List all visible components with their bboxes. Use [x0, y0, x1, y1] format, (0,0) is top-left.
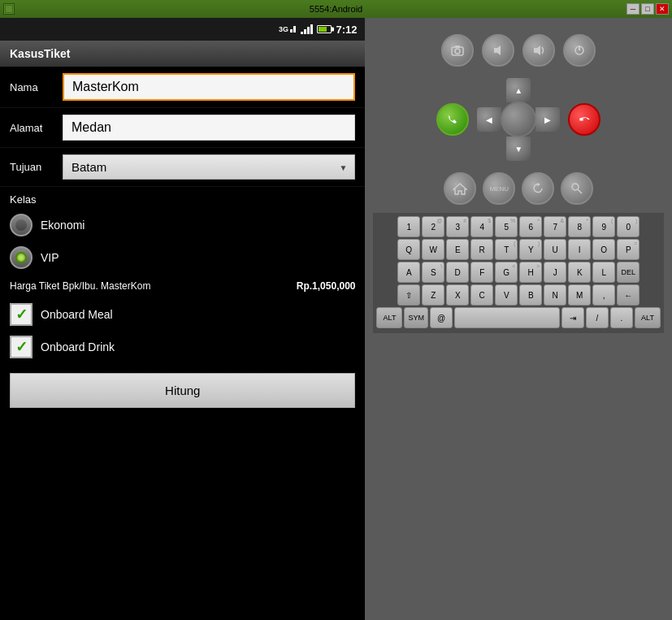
key-1[interactable]: 1: [397, 216, 420, 237]
key-t[interactable]: T{: [495, 239, 518, 260]
key-b[interactable]: B: [519, 284, 542, 306]
key-g[interactable]: G<: [495, 262, 518, 283]
power-button[interactable]: [563, 34, 596, 67]
dpad-center-button[interactable]: [501, 102, 536, 137]
key-c[interactable]: C: [470, 284, 493, 306]
key-q[interactable]: Q: [397, 239, 420, 260]
onboard-drink-check-icon: ✓: [15, 338, 28, 356]
dpad-left-button[interactable]: ◀: [477, 107, 501, 132]
key-n[interactable]: N: [544, 284, 566, 306]
key-x[interactable]: X: [446, 284, 469, 306]
key-a[interactable]: A: [397, 262, 420, 283]
kelas-label: Kelas: [0, 187, 365, 209]
minimize-button[interactable]: ─: [626, 3, 639, 15]
volume-mute-button[interactable]: [482, 34, 514, 67]
key-4[interactable]: 4$: [470, 216, 493, 237]
key-at[interactable]: @: [430, 307, 453, 328]
title-buttons: ─ □ ✕: [626, 3, 669, 15]
vip-row[interactable]: VIP: [0, 241, 365, 274]
key-backspace[interactable]: ←: [617, 284, 639, 306]
hitung-button[interactable]: Hitung: [10, 373, 355, 408]
dpad-right-button[interactable]: ▶: [535, 107, 560, 132]
main-container: 3G 7:12 KasusTi: [0, 18, 672, 620]
keyboard-area: 1 2@ 3# 4$ 5% 6^ 7& 8* 9( 0) Q W E R T{ …: [373, 213, 664, 333]
title-bar-left: [3, 3, 15, 15]
key-d[interactable]: D: [446, 262, 469, 283]
key-7[interactable]: 7&: [544, 216, 566, 237]
key-i[interactable]: I: [568, 239, 591, 260]
ekonomi-label: Ekonomi: [41, 219, 85, 232]
key-9[interactable]: 9(: [592, 216, 615, 237]
signal-bars: [301, 24, 313, 34]
key-2[interactable]: 2@: [422, 216, 444, 237]
alamat-input[interactable]: [63, 115, 355, 141]
key-6[interactable]: 6^: [519, 216, 542, 237]
key-f[interactable]: F: [470, 262, 493, 283]
volume-up-button[interactable]: [522, 34, 555, 67]
onboard-drink-row[interactable]: ✓ Onboard Drink: [0, 331, 365, 363]
network-icon: 3G: [279, 23, 297, 36]
bottom-nav: MENU: [444, 172, 593, 205]
tujuan-wrapper: Batam Jakarta Surabaya ▼: [63, 154, 355, 180]
call-button[interactable]: [436, 103, 469, 136]
ekonomi-radio[interactable]: [10, 214, 33, 236]
svg-rect-3: [290, 29, 293, 33]
menu-label: MENU: [489, 185, 509, 193]
close-button[interactable]: ✕: [656, 3, 669, 15]
dpad-up-button[interactable]: ▲: [506, 78, 531, 102]
app-title: KasusTiket: [0, 41, 365, 67]
key-y[interactable]: Y}: [519, 239, 542, 260]
app-icon: [3, 3, 15, 15]
onboard-drink-checkbox[interactable]: ✓: [10, 336, 33, 358]
key-j[interactable]: J: [544, 262, 566, 283]
kb-row-bottom: ALT SYM @ ⇥ / . ALT: [376, 307, 661, 328]
svg-rect-4: [293, 26, 296, 33]
key-sym[interactable]: SYM: [404, 307, 428, 328]
kb-row-numbers: 1 2@ 3# 4$ 5% 6^ 7& 8* 9( 0): [376, 216, 661, 237]
onboard-meal-checkbox[interactable]: ✓: [10, 303, 33, 326]
maximize-button[interactable]: □: [641, 3, 654, 15]
key-u[interactable]: U: [544, 239, 566, 260]
key-5[interactable]: 5%: [495, 216, 518, 237]
key-k[interactable]: K: [568, 262, 591, 283]
ekonomi-row[interactable]: Ekonomi: [0, 209, 365, 241]
search-button[interactable]: [561, 172, 593, 205]
vip-radio[interactable]: [10, 246, 33, 269]
key-e[interactable]: E: [446, 239, 469, 260]
menu-button[interactable]: MENU: [483, 172, 515, 205]
status-icons: 3G 7:12: [279, 23, 357, 36]
tujuan-select[interactable]: Batam Jakarta Surabaya: [63, 154, 355, 180]
key-shift[interactable]: ⇧: [397, 284, 420, 306]
key-v[interactable]: V: [495, 284, 518, 306]
key-alt-left[interactable]: ALT: [376, 307, 402, 328]
key-w[interactable]: W: [422, 239, 444, 260]
key-z[interactable]: Z: [422, 284, 444, 306]
title-bar: 5554:Android ─ □ ✕: [0, 0, 672, 18]
end-call-button[interactable]: [568, 103, 600, 136]
controls-area: ▲ ◀ ▶ ▼ MENU: [365, 18, 672, 620]
key-r[interactable]: R: [470, 239, 493, 260]
key-tab[interactable]: ⇥: [561, 307, 584, 328]
key-h[interactable]: H>: [519, 262, 542, 283]
key-del[interactable]: DEL: [617, 262, 639, 283]
key-space[interactable]: [454, 307, 560, 328]
home-button[interactable]: [444, 172, 476, 205]
key-slash[interactable]: /: [586, 307, 609, 328]
key-o[interactable]: O: [592, 239, 615, 260]
dpad-down-button[interactable]: ▼: [506, 137, 531, 161]
key-period[interactable]: .: [610, 307, 633, 328]
svg-marker-9: [534, 46, 540, 55]
key-comma[interactable]: ,: [592, 284, 615, 306]
key-alt-right[interactable]: ALT: [635, 307, 661, 328]
camera-button[interactable]: [441, 34, 474, 67]
key-p[interactable]: P=: [617, 239, 639, 260]
key-l[interactable]: L: [592, 262, 615, 283]
onboard-meal-row[interactable]: ✓ Onboard Meal: [0, 298, 365, 331]
key-s[interactable]: S\: [422, 262, 444, 283]
key-3[interactable]: 3#: [446, 216, 469, 237]
nama-input[interactable]: [63, 73, 355, 101]
back-button[interactable]: [522, 172, 554, 205]
key-0[interactable]: 0): [617, 216, 639, 237]
key-m[interactable]: M: [568, 284, 591, 306]
key-8[interactable]: 8*: [568, 216, 591, 237]
